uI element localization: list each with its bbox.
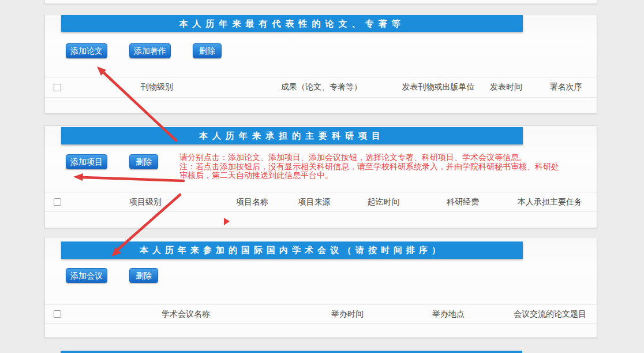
column-header-project-funds: 科研经费 [422, 197, 503, 207]
projects-select-all-checkbox[interactable] [54, 198, 61, 206]
add-book-button[interactable]: 添加著作 [129, 43, 171, 58]
column-header-project-name: 项目名称 [220, 197, 284, 207]
instruction-note-line1: 请分别点击：添加论文、添加项目、添加会议按钮，选择论文专著、科研项目、学术会议等… [179, 153, 559, 162]
section-papers-panel: 本人历年来最有代表性的论文、专著等 添加论文 添加著作 删除 刊物级别 成果（论… [44, 14, 597, 114]
papers-empty-row [45, 98, 597, 113]
delete-conferences-button[interactable]: 删除 [129, 268, 158, 283]
column-header-publisher: 发表刊物或出版单位 [399, 82, 477, 92]
section-projects-title-bar: 本人历年来承担的主要科研项目 [61, 127, 523, 144]
column-header-publish-date: 发表时间 [477, 82, 535, 92]
column-header-conference-date: 举办时间 [301, 309, 394, 319]
conferences-table-header-row: 学术会议名称 举办时间 举办地点 会议交流的论文题目 [45, 304, 597, 324]
instruction-note: 请分别点击：添加论文、添加项目、添加会议按钮，选择论文专著、科研项目、学术会议等… [179, 153, 559, 180]
column-header-conference-paper: 会议交流的论文题目 [503, 309, 597, 319]
projects-empty-row [45, 213, 597, 228]
section-papers-title: 本人历年来最有代表性的论文、专著等 [179, 18, 405, 28]
add-conference-button[interactable]: 添加会议 [66, 268, 107, 283]
conferences-empty-row [45, 324, 597, 337]
projects-table-header-row: 项目级别 项目名称 项目来源 起讫时间 科研经费 本人承担主要任务 [45, 192, 597, 212]
conferences-select-all-checkbox[interactable] [54, 310, 61, 318]
column-header-project-period: 起讫时间 [345, 197, 422, 207]
column-header-conference-name: 学术会议名称 [70, 309, 301, 319]
delete-projects-button[interactable]: 删除 [129, 154, 158, 169]
instruction-note-line3: 审核后，第二天自动推送到此信息平台中。 [179, 171, 559, 180]
column-header-author-order: 署名次序 [535, 82, 597, 92]
previous-panel-bottom-edge [44, 0, 597, 4]
papers-select-all-checkbox[interactable] [54, 84, 61, 91]
column-header-project-source: 项目来源 [284, 197, 345, 207]
section-projects-title: 本人历年来承担的主要科研项目 [199, 131, 385, 140]
section-conferences-title: 本人历年来参加的国际国内学术会议（请按时间排序） [140, 245, 444, 255]
conferences-select-all-cell [45, 310, 70, 318]
add-paper-button[interactable]: 添加论文 [66, 43, 107, 58]
instruction-note-line2: 注：若点击添加按钮后，没有显示相关科研信息，请至学校科研系统录入，并由学院科研秘… [179, 162, 559, 172]
papers-table-header-row: 刊物级别 成果（论文、专著等） 发表刊物或出版单位 发表时间 署名次序 [45, 77, 597, 98]
column-header-journal-level: 刊物级别 [70, 82, 244, 92]
section-projects-panel: 本人历年来承担的主要科研项目 添加项目 删除 请分别点击：添加论文、添加项目、添… [44, 125, 597, 228]
section-conferences-title-bar: 本人历年来参加的国际国内学术会议（请按时间排序） [61, 241, 523, 259]
section-conferences-panel: 本人历年来参加的国际国内学术会议（请按时间排序） 添加会议 删除 学术会议名称 … [44, 237, 597, 338]
column-header-achievement: 成果（论文、专著等） [244, 82, 399, 92]
add-project-button[interactable]: 添加项目 [66, 154, 107, 169]
projects-select-all-cell [45, 198, 70, 206]
page: 本人历年来最有代表性的论文、专著等 添加论文 添加著作 删除 刊物级别 成果（论… [0, 0, 644, 353]
section-papers-title-bar: 本人历年来最有代表性的论文、专著等 [61, 15, 523, 32]
column-header-project-level: 项目级别 [70, 197, 220, 207]
next-section-title-bar-sliver [61, 351, 522, 353]
papers-select-all-cell [45, 84, 70, 91]
column-header-conference-place: 举办地点 [394, 309, 503, 319]
column-header-project-role: 本人承担主要任务 [503, 197, 597, 207]
delete-papers-button[interactable]: 删除 [193, 43, 222, 58]
